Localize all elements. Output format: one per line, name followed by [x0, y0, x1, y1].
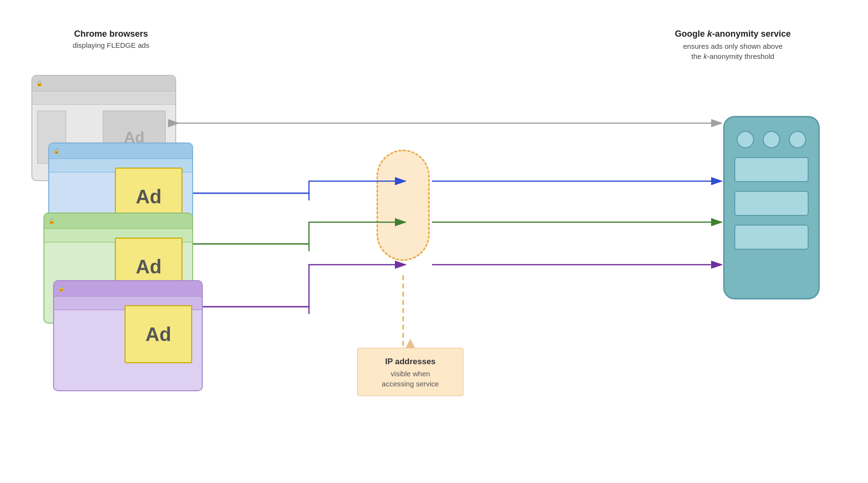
purple-ad-label: Ad: [145, 324, 171, 345]
lock-icon-gray: 🔒: [36, 80, 43, 86]
right-subtitle: ensures ads only shown abovethe k-anonym…: [660, 41, 805, 61]
ip-address-box: IP addresses visible whenaccessing servi…: [357, 348, 463, 396]
gray-nav-bar: [32, 91, 175, 105]
browser-purple: 🔒 Ad: [53, 280, 203, 391]
lock-icon-blue: 🔒: [53, 148, 60, 154]
right-label: Google k-anonymity service ensures ads o…: [660, 29, 805, 61]
lock-icon-purple: 🔒: [58, 285, 65, 292]
server-circle-1: [737, 131, 754, 148]
server-slot-1: [734, 157, 809, 182]
left-subtitle: displaying FLEDGE ads: [58, 41, 164, 49]
server-icon: [723, 116, 820, 299]
blob-shape: [377, 150, 430, 261]
green-titlebar: 🔒: [44, 213, 192, 229]
blue-titlebar: 🔒: [49, 143, 192, 159]
purple-ad-box: Ad: [125, 305, 192, 363]
gray-titlebar: 🔒: [32, 76, 175, 91]
left-label: Chrome browsers displaying FLEDGE ads: [58, 29, 164, 49]
ip-title: IP addresses: [367, 357, 453, 367]
diagram-container: Chrome browsers displaying FLEDGE ads Go…: [0, 0, 868, 483]
lock-icon-green: 🔒: [48, 218, 55, 224]
server-circles: [725, 131, 818, 148]
green-ad-label: Ad: [136, 256, 161, 278]
ip-subtitle: visible whenaccessing service: [367, 369, 453, 389]
right-title: Google k-anonymity service: [660, 29, 805, 39]
left-title: Chrome browsers: [58, 29, 164, 39]
blue-ad-label: Ad: [136, 186, 161, 208]
server-circle-2: [763, 131, 780, 148]
purple-titlebar: 🔒: [54, 281, 202, 297]
blob-container: [377, 150, 434, 275]
server-slot-2: [734, 191, 809, 216]
server-circle-3: [789, 131, 806, 148]
server-slot-3: [734, 225, 809, 250]
